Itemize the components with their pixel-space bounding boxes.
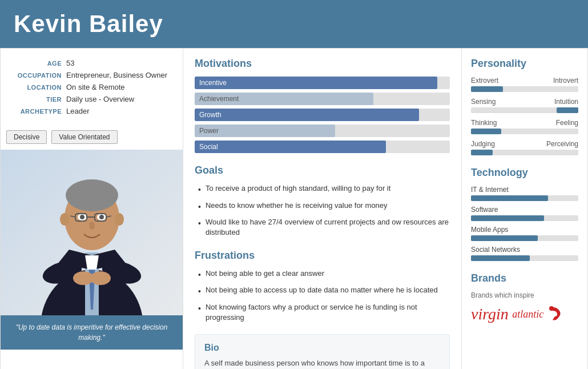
motivation-bar-bg: Power [195, 125, 450, 137]
right-column: Personality Extrovert Introvert Sensing … [462, 49, 587, 369]
personality-bar-bg [471, 129, 578, 134]
motivations-section: Motivations Incentive Achievement Growth… [195, 58, 450, 153]
bio-text: A self made business person who knows ho… [204, 358, 440, 369]
personality-trait-row: Extrovert Introvert [471, 77, 578, 92]
frustration-text: Not being able to access up to date data… [206, 285, 438, 295]
motivation-bar-row: Growth [195, 109, 450, 121]
frustrations-section: Frustrations •Not being able to get a cl… [195, 250, 450, 323]
motivation-bar-bg: Achievement [195, 93, 450, 105]
tech-label: Mobile Apps [471, 226, 578, 234]
motivation-bar-fill [195, 77, 437, 89]
tech-bar-fill [471, 235, 538, 241]
tech-bar-bg [471, 235, 578, 241]
motivation-bar-bg: Growth [195, 109, 450, 121]
archetype-value: Leader [66, 107, 89, 115]
motivation-bar-row: Social [195, 141, 450, 153]
personality-trait-row: Sensing Intuition [471, 98, 578, 113]
tier-label: TIER [7, 96, 62, 103]
goal-item: •Needs to know whether he is receiving v… [198, 200, 450, 213]
frustration-item: •Not being able to get a clear answer [198, 268, 450, 281]
avatar-image [1, 150, 183, 315]
virgin-text: virgin [471, 305, 509, 323]
tech-bar-fill [471, 195, 548, 201]
quote-box: "Up to date data is imperitive for effec… [1, 315, 183, 350]
bullet-icon: • [198, 202, 201, 213]
motivation-bar-row: Achievement [195, 93, 450, 105]
tech-bar-bg [471, 215, 578, 221]
svg-point-7 [115, 213, 124, 226]
personality-bars: Extrovert Introvert Sensing Intuition Th… [471, 77, 578, 155]
location-value: On site & Remote [66, 83, 125, 91]
technology-title: Technology [471, 167, 578, 179]
frustration-item: •Not being able to access up to date dat… [198, 285, 450, 298]
goals-section: Goals •To receive a product of high stan… [195, 165, 450, 238]
bio-section: Bio A self made business person who know… [195, 334, 450, 369]
tag-decisive[interactable]: Decisive [6, 130, 47, 144]
tech-label: Software [471, 206, 578, 214]
motivation-bar-label: Power [199, 127, 219, 135]
personality-trait-row: Judging Perceiving [471, 140, 578, 155]
personality-bar-fill [557, 107, 578, 113]
personality-labels: Extrovert Introvert [471, 77, 578, 85]
personality-right-label: Perceiving [546, 140, 578, 148]
motivation-bar-bg: Incentive [195, 77, 450, 89]
personality-labels: Judging Perceiving [471, 140, 578, 148]
middle-column: Motivations Incentive Achievement Growth… [183, 49, 462, 369]
bullet-icon: • [198, 286, 201, 298]
goals-title: Goals [195, 165, 450, 177]
archetype-label: ARCHETYPE [7, 108, 62, 115]
occupation-value: Entrepreneur, Business Owner [66, 71, 167, 79]
left-column: AGE 53 OCCUPATION Entrepreneur, Business… [1, 49, 183, 369]
location-label: LOCATION [7, 84, 62, 91]
motivation-bar-row: Power [195, 125, 450, 137]
svg-point-6 [60, 213, 69, 226]
personality-bar-bg [471, 86, 578, 92]
svg-point-25 [90, 271, 111, 285]
personality-right-label: Feeling [556, 119, 578, 127]
tech-bar-bg [471, 255, 578, 261]
technology-bars: IT & Internet Software Mobile Apps Socia… [471, 186, 578, 261]
age-label: AGE [7, 60, 62, 67]
personality-bar-bg [471, 107, 578, 113]
personality-bar-bg [471, 150, 578, 155]
bullet-icon: • [198, 270, 201, 281]
person-svg [1, 150, 183, 315]
motivation-bar-label: Growth [199, 111, 221, 119]
personality-section: Personality Extrovert Introvert Sensing … [471, 58, 578, 155]
technology-section: Technology IT & Internet Software Mobile… [471, 167, 578, 261]
frustration-text: Not knowing factors why a product or ser… [206, 302, 450, 323]
frustration-text: Not being able to get a clear answer [206, 268, 324, 279]
personality-labels: Thinking Feeling [471, 119, 578, 127]
motivation-bar-label: Social [199, 143, 218, 151]
personality-left-label: Sensing [471, 98, 496, 106]
personality-title: Personality [471, 58, 578, 70]
goals-list: •To receive a product of high standard, … [195, 183, 450, 238]
location-row: LOCATION On site & Remote [7, 83, 176, 91]
goal-text: Needs to know whether he is receiving va… [206, 200, 388, 211]
tag-value-orientated[interactable]: Value Orientated [51, 130, 117, 144]
brands-title: Brands [471, 272, 578, 284]
technology-row: Social Networks [471, 246, 578, 261]
motivations-title: Motivations [195, 58, 450, 70]
tech-label: IT & Internet [471, 186, 578, 194]
svg-point-26 [549, 306, 554, 311]
age-value: 53 [66, 59, 74, 67]
main-content: AGE 53 OCCUPATION Entrepreneur, Business… [0, 48, 588, 369]
bullet-icon: • [198, 185, 201, 196]
occupation-label: OCCUPATION [7, 72, 62, 79]
personality-left-label: Thinking [471, 119, 497, 127]
virgin-swoosh-icon [545, 305, 563, 323]
goal-item: •Would like to have 27/4 overview of cur… [198, 217, 450, 238]
goal-text: Would like to have 27/4 overview of curr… [206, 217, 450, 238]
tier-value: Daily use - Overview [66, 95, 134, 103]
motivation-bar-fill [195, 109, 419, 121]
motivation-bar-label: Achievement [199, 95, 239, 103]
bio-title: Bio [204, 343, 440, 353]
personality-right-label: Intuition [554, 98, 578, 106]
goal-text: To receive a product of high standard, w… [206, 183, 390, 194]
tech-label: Social Networks [471, 246, 578, 254]
personality-bar-fill [471, 129, 501, 134]
personality-left-label: Extrovert [471, 77, 498, 85]
motivation-bar-bg: Social [195, 141, 450, 153]
svg-point-5 [66, 179, 118, 211]
